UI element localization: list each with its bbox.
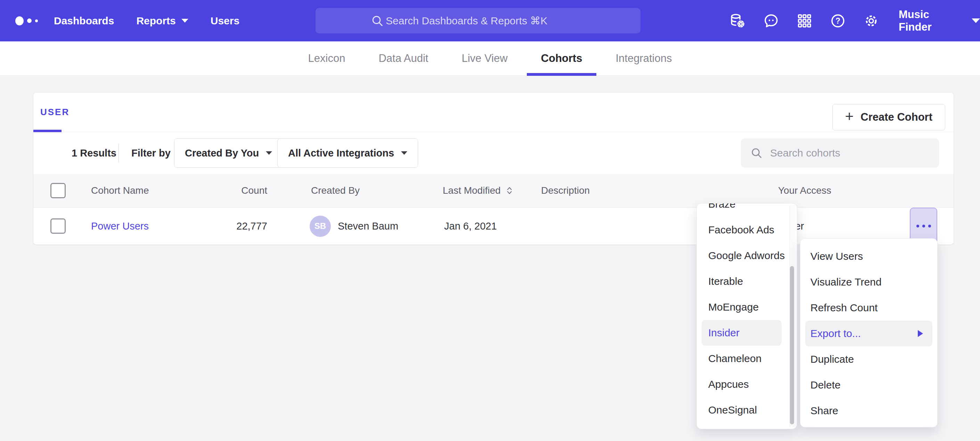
- global-search[interactable]: [315, 8, 641, 34]
- menu-item-view-users[interactable]: View Users: [800, 243, 937, 269]
- svg-text:?: ?: [835, 16, 840, 26]
- search-icon: [750, 146, 763, 160]
- chevron-down-icon: [401, 151, 407, 155]
- row-checkbox[interactable]: [50, 219, 66, 234]
- col-created-by: Created By: [311, 174, 360, 207]
- mixpanel-logo-icon[interactable]: [15, 16, 38, 26]
- cohort-search[interactable]: [741, 138, 939, 168]
- tab-integrations[interactable]: Integrations: [616, 42, 672, 76]
- row-context-menu: View UsersVisualize TrendRefresh CountEx…: [800, 238, 938, 427]
- nav-reports[interactable]: Reports: [136, 15, 188, 27]
- scrollbar-thumb[interactable]: [790, 266, 794, 424]
- nav-users[interactable]: Users: [211, 15, 239, 27]
- chevron-down-icon: [972, 18, 980, 23]
- created-by-name: Steven Baum: [338, 220, 398, 232]
- dot-icon: [928, 225, 931, 227]
- menu-item-google-adwords[interactable]: Google Adwords: [697, 243, 797, 268]
- menu-item-visualize-trend[interactable]: Visualize Trend: [800, 269, 937, 295]
- help-icon[interactable]: ?: [830, 13, 846, 29]
- menu-item-insider[interactable]: Insider: [702, 320, 781, 346]
- tab-user[interactable]: USER: [40, 93, 70, 132]
- cohort-type-row: USER + Create Cohort: [33, 93, 954, 132]
- col-cohort-name: Cohort Name: [91, 174, 149, 207]
- menu-item-label: Delete: [810, 379, 841, 391]
- created-by-filter[interactable]: Created By You: [174, 138, 283, 168]
- menu-item-braze[interactable]: Braze: [697, 203, 797, 217]
- menu-item-export-to[interactable]: Export to...: [805, 321, 932, 347]
- col-description: Description: [541, 174, 590, 207]
- menu-item-duplicate[interactable]: Duplicate: [800, 347, 937, 372]
- integrations-filter[interactable]: All Active Integrations: [277, 138, 418, 168]
- chevron-down-icon: [181, 19, 188, 22]
- create-cohort-button[interactable]: + Create Cohort: [832, 104, 945, 130]
- project-switcher[interactable]: Music Finder: [899, 0, 980, 42]
- col-count: Count: [200, 174, 267, 207]
- menu-item-label: Export to...: [810, 328, 861, 339]
- table-header: Cohort Name Count Created By Last Modifi…: [33, 174, 954, 208]
- tab-cohorts[interactable]: Cohorts: [541, 42, 582, 76]
- apps-grid-icon[interactable]: [797, 13, 813, 29]
- search-icon: [371, 14, 384, 28]
- menu-item-label: Duplicate: [810, 353, 854, 365]
- primary-nav: Dashboards Reports Users: [54, 0, 239, 42]
- menu-item-refresh-count[interactable]: Refresh Count: [800, 295, 937, 321]
- last-modified-value: Jan 6, 2021: [444, 208, 497, 244]
- tab-lexicon[interactable]: Lexicon: [308, 42, 345, 76]
- secondary-tabs: LexiconData AuditLive ViewCohortsIntegra…: [0, 42, 980, 76]
- chevron-down-icon: [266, 151, 272, 155]
- cohort-search-input[interactable]: [770, 147, 923, 159]
- cohort-name-link[interactable]: Power Users: [91, 220, 149, 232]
- select-all-checkbox[interactable]: [50, 183, 66, 198]
- menu-item-facebook-ads[interactable]: Facebook Ads: [697, 217, 797, 243]
- filter-row: 1 Results Filter by Created By You All A…: [33, 132, 954, 174]
- dot-icon: [922, 225, 925, 227]
- dot-icon: [916, 225, 919, 227]
- navbar-icons: ?: [730, 0, 879, 42]
- menu-item-share[interactable]: Share: [800, 398, 937, 423]
- submenu-arrow-icon: [918, 330, 923, 337]
- avatar: SB: [310, 216, 331, 237]
- menu-item-moengage[interactable]: MoEngage: [697, 294, 797, 320]
- menu-item-label: View Users: [810, 251, 863, 262]
- project-name: Music Finder: [899, 8, 964, 34]
- cohort-count: 22,777: [200, 208, 267, 244]
- divider: [118, 143, 119, 163]
- tab-live-view[interactable]: Live View: [461, 42, 508, 76]
- results-count: 1 Results: [72, 132, 116, 174]
- cohorts-card: USER + Create Cohort 1 Results Filter by…: [33, 92, 954, 245]
- settings-gear-icon[interactable]: [863, 13, 879, 29]
- filter-by-label: Filter by: [131, 132, 171, 174]
- menu-item-delete[interactable]: Delete: [800, 372, 937, 398]
- menu-item-label: Share: [810, 405, 838, 417]
- menu-item-label: Visualize Trend: [810, 276, 881, 288]
- nav-dashboards[interactable]: Dashboards: [54, 15, 114, 27]
- menu-item-appcues[interactable]: Appcues: [697, 371, 797, 397]
- active-tab-underline: [33, 130, 62, 132]
- col-your-access: Your Access: [778, 174, 831, 207]
- plus-icon: +: [845, 109, 854, 124]
- menu-item-label: Refresh Count: [810, 302, 878, 314]
- data-management-icon[interactable]: [730, 13, 746, 29]
- export-submenu: BrazeFacebook AdsGoogle AdwordsIterableM…: [697, 203, 797, 429]
- created-by-cell: SB Steven Baum: [310, 208, 398, 244]
- menu-item-iterable[interactable]: Iterable: [697, 268, 797, 294]
- col-last-modified-sort[interactable]: Last Modified: [443, 174, 513, 207]
- sort-icon: [506, 186, 513, 195]
- menu-item-onesignal[interactable]: OneSignal: [697, 397, 797, 423]
- top-navbar: Dashboards Reports Users: [0, 0, 980, 42]
- tab-data-audit[interactable]: Data Audit: [379, 42, 428, 76]
- global-search-input[interactable]: [386, 15, 585, 27]
- menu-item-chameleon[interactable]: Chameleon: [697, 346, 797, 371]
- export-submenu-list: BrazeFacebook AdsGoogle AdwordsIterableM…: [697, 203, 797, 423]
- feedback-icon[interactable]: [763, 13, 779, 29]
